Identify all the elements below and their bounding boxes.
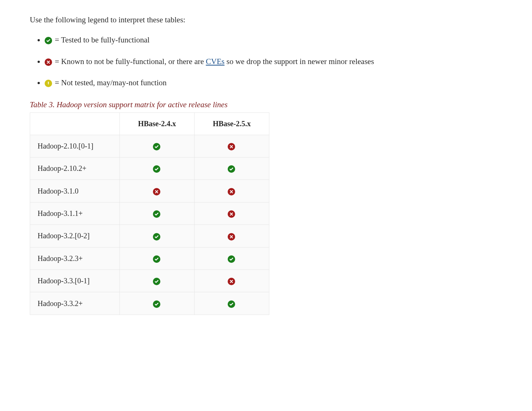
support-cell (120, 202, 195, 224)
check-icon (228, 165, 235, 173)
legend-item-bad: = Known to not be fully-functional, or t… (45, 56, 525, 68)
support-cell (120, 292, 195, 315)
col-header-2: HBase-2.5.x (195, 112, 269, 135)
support-cell (195, 157, 269, 179)
row-label: Hadoop-3.2.[0-2] (30, 225, 120, 247)
check-icon (153, 143, 160, 150)
x-icon (228, 278, 235, 285)
support-cell (195, 225, 269, 247)
legend-bad-prefix: = Known to not be fully-functional, or t… (55, 57, 206, 66)
x-icon (228, 210, 235, 218)
table-row: Hadoop-2.10.2+ (30, 157, 269, 179)
support-cell (120, 270, 195, 292)
support-matrix-table: HBase-2.4.x HBase-2.5.x Hadoop-2.10.[0-1… (30, 112, 269, 315)
check-icon (153, 278, 160, 285)
legend-item-ok: = Tested to be fully-functional (45, 34, 525, 46)
x-icon (228, 233, 235, 240)
legend-bad-suffix: so we drop the support in newer minor re… (225, 57, 374, 66)
check-icon (153, 165, 160, 173)
cves-link[interactable]: CVEs (206, 57, 224, 66)
support-cell (120, 135, 195, 157)
support-cell (120, 180, 195, 202)
check-icon (153, 255, 160, 263)
support-cell (120, 157, 195, 179)
row-label: Hadoop-3.1.1+ (30, 202, 120, 224)
row-label: Hadoop-3.1.0 (30, 180, 120, 202)
x-icon (153, 188, 160, 195)
check-icon (153, 300, 160, 308)
check-icon (45, 37, 52, 44)
row-label: Hadoop-2.10.2+ (30, 157, 120, 179)
check-icon (228, 255, 235, 263)
x-icon (45, 58, 52, 66)
support-cell (195, 135, 269, 157)
support-cell (195, 180, 269, 202)
check-icon (228, 300, 235, 308)
table-caption: Table 3. Hadoop version support matrix f… (30, 100, 525, 109)
support-cell (195, 270, 269, 292)
table-row: Hadoop-3.2.[0-2] (30, 225, 269, 247)
support-cell (195, 202, 269, 224)
support-cell (195, 292, 269, 315)
col-header-1: HBase-2.4.x (120, 112, 195, 135)
legend-intro: Use the following legend to interpret th… (30, 15, 525, 25)
legend-list: = Tested to be fully-functional = Known … (30, 34, 525, 89)
table-row: Hadoop-3.1.0 (30, 180, 269, 202)
support-cell (120, 247, 195, 270)
table-row: Hadoop-3.3.[0-1] (30, 270, 269, 292)
legend-warn-text: = Not tested, may/may-not function (55, 78, 167, 87)
x-icon (228, 143, 235, 150)
col-header-blank (30, 112, 120, 135)
legend-item-warn: = Not tested, may/may-not function (45, 77, 525, 89)
table-row: Hadoop-3.1.1+ (30, 202, 269, 224)
check-icon (153, 210, 160, 218)
support-cell (120, 225, 195, 247)
table-row: Hadoop-2.10.[0-1] (30, 135, 269, 157)
row-label: Hadoop-3.2.3+ (30, 247, 120, 270)
table-row: Hadoop-3.3.2+ (30, 292, 269, 315)
legend-ok-text: = Tested to be fully-functional (55, 35, 150, 44)
row-label: Hadoop-3.3.2+ (30, 292, 120, 315)
row-label: Hadoop-2.10.[0-1] (30, 135, 120, 157)
warning-icon (45, 80, 52, 87)
support-cell (195, 247, 269, 270)
row-label: Hadoop-3.3.[0-1] (30, 270, 120, 292)
table-row: Hadoop-3.2.3+ (30, 247, 269, 270)
check-icon (153, 233, 160, 240)
x-icon (228, 188, 235, 195)
